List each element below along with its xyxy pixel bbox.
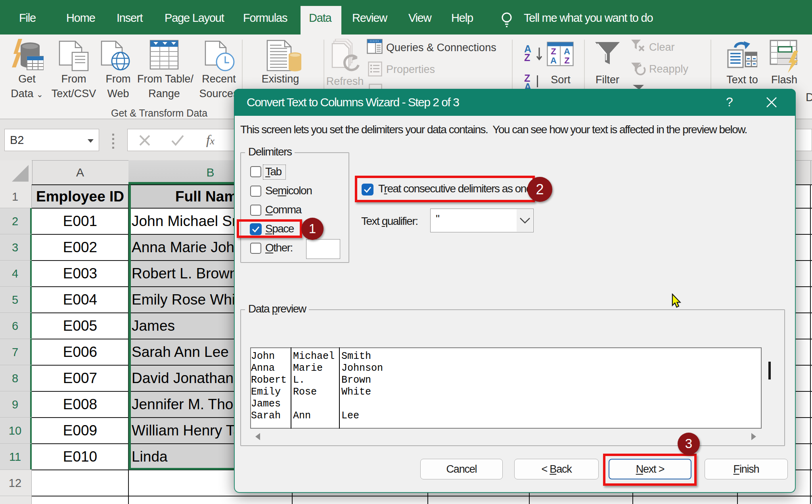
svg-text:A: A [550,56,557,65]
svg-text:Z: Z [551,46,556,56]
svg-text:Z: Z [564,56,569,65]
svg-text:A: A [564,46,570,56]
